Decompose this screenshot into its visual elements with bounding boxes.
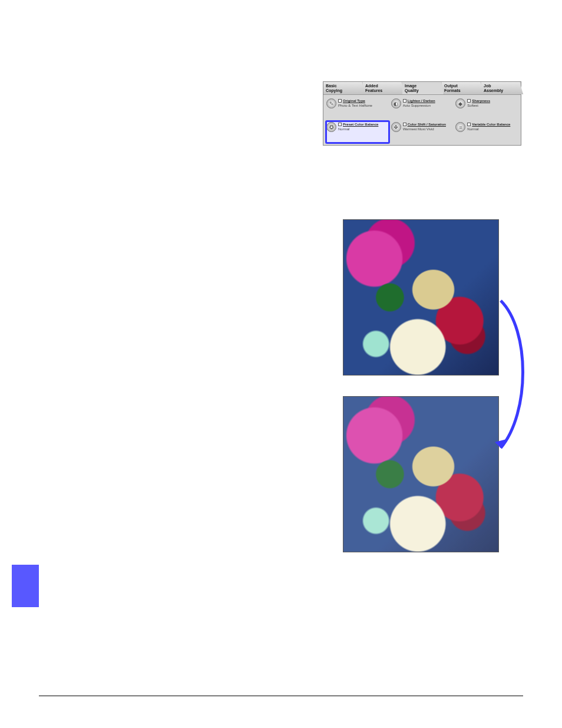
option-title: Color Shift / Saturation: [408, 122, 446, 127]
option-lighten-darken[interactable]: ◐ Lighten / Darken Auto Suppression: [391, 97, 454, 120]
option-title: Variable Color Balance: [472, 122, 510, 127]
tab-label: Assembly: [484, 88, 503, 93]
example-photo-before: [343, 219, 499, 375]
variable-balance-icon: ≡: [455, 122, 465, 132]
section-marker: [12, 565, 39, 607]
option-sub: Warmest Most Vivid: [403, 127, 446, 131]
checkbox-icon: [403, 99, 406, 103]
tab-job-assembly[interactable]: Job Assembly: [481, 82, 523, 94]
option-preset-color-balance[interactable]: ✪ Preset Color Balance Normal: [326, 121, 389, 143]
tab-added-features[interactable]: Added Features: [363, 82, 405, 94]
tab-label: Copying: [326, 88, 342, 93]
tab-image-quality[interactable]: Image Quality: [402, 82, 444, 94]
options-grid: ✎ Original Type Photo & Text Halftone ◐ …: [323, 95, 521, 146]
tab-output-formats[interactable]: Output Formats: [442, 82, 484, 94]
preset-balance-icon: ✪: [326, 122, 336, 132]
tab-bar: Basic Copying Added Features Image Quali…: [323, 82, 521, 95]
tab-label: Quality: [405, 88, 419, 93]
tab-label: Formats: [444, 88, 461, 93]
lighten-darken-icon: ◐: [391, 98, 401, 108]
option-title: Sharpness: [472, 98, 490, 103]
option-sub: Normal: [467, 127, 510, 131]
tab-label: Job: [484, 84, 491, 88]
copier-touch-panel: Basic Copying Added Features Image Quali…: [323, 81, 521, 146]
tab-label: Image: [405, 84, 416, 88]
option-color-shift-saturation[interactable]: ❖ Color Shift / Saturation Warmest Most …: [391, 121, 454, 143]
tab-basic-copying[interactable]: Basic Copying: [323, 82, 365, 94]
checkbox-icon: [338, 99, 342, 103]
option-title: Preset Color Balance: [343, 122, 378, 127]
option-title: Original Type: [343, 98, 365, 103]
sharpness-icon: ◆: [455, 98, 465, 108]
tab-label: Basic: [326, 84, 337, 88]
original-type-icon: ✎: [326, 98, 336, 108]
color-shift-icon: ❖: [391, 122, 401, 132]
arrow-icon: [489, 295, 536, 472]
footer-rule: [39, 696, 523, 696]
option-sub: Photo & Text Halftone: [338, 103, 372, 108]
tab-label: Features: [365, 88, 382, 93]
option-sharpness[interactable]: ◆ Sharpness Softest: [455, 97, 518, 120]
checkbox-icon: [403, 123, 406, 126]
option-title: Lighten / Darken: [408, 98, 435, 103]
tab-label: Added: [365, 84, 378, 88]
checkbox-icon: [338, 123, 342, 126]
example-photo-after: [343, 396, 499, 552]
checkbox-icon: [467, 123, 471, 126]
option-original-type[interactable]: ✎ Original Type Photo & Text Halftone: [326, 97, 389, 120]
option-variable-color-balance[interactable]: ≡ Variable Color Balance Normal: [455, 121, 518, 143]
option-sub: Normal: [338, 127, 378, 131]
tab-label: Output: [444, 84, 458, 88]
option-sub: Softest: [467, 103, 490, 108]
option-sub: Auto Suppression: [403, 103, 435, 108]
checkbox-icon: [467, 99, 471, 103]
